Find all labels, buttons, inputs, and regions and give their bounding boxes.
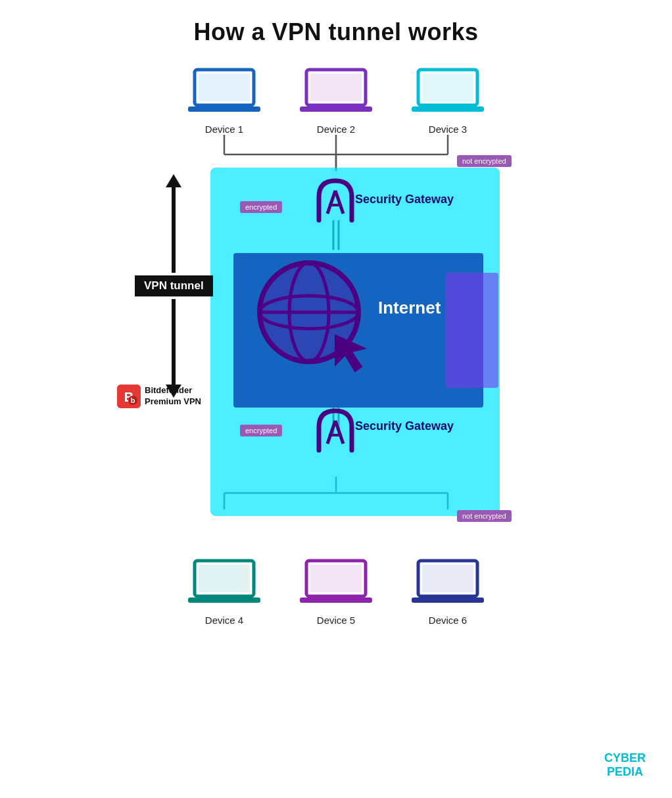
svg-rect-11 — [438, 105, 458, 108]
internet-overlay — [446, 273, 498, 388]
svg-line-32 — [327, 191, 335, 214]
device-2-label: Device 2 — [317, 124, 355, 135]
laptop-icon-2 — [300, 64, 372, 117]
device-1: Device 1 — [188, 64, 260, 135]
device-6-label: Device 6 — [429, 615, 467, 626]
devices-bottom-row: Device 4 Device 5 Device 6 — [0, 555, 672, 626]
device-6: Device 6 — [412, 555, 484, 626]
diagram-section: Internet Security Gateway — [0, 135, 672, 549]
svg-rect-43 — [199, 565, 250, 592]
svg-line-33 — [335, 191, 343, 214]
device-3: Device 3 — [412, 64, 484, 135]
internet-label: Internet — [378, 298, 441, 318]
laptop-icon-5 — [300, 555, 372, 608]
laptop-icon-6 — [412, 555, 484, 608]
security-gateway-icon-bottom — [316, 408, 355, 454]
svg-rect-51 — [422, 565, 473, 592]
laptop-icon-4 — [188, 555, 260, 608]
laptop-icon-3 — [412, 64, 484, 117]
svg-rect-5 — [310, 74, 362, 101]
cyberpedia-logo: CYBER PEDIA — [604, 751, 646, 780]
encrypted-badge-bottom: encrypted — [240, 424, 282, 436]
svg-rect-49 — [326, 596, 346, 599]
svg-text:b: b — [131, 396, 135, 404]
svg-rect-53 — [438, 596, 458, 599]
security-gateway-icon-top — [316, 177, 355, 223]
bitdefender-text: Bitdefender Premium VPN — [145, 385, 201, 408]
svg-rect-3 — [214, 105, 234, 108]
device-4-label: Device 4 — [205, 615, 243, 626]
svg-rect-45 — [214, 596, 234, 599]
svg-rect-9 — [422, 74, 473, 101]
device-1-label: Device 1 — [205, 124, 243, 135]
security-gateway-label-bottom: Security Gateway — [355, 419, 454, 433]
svg-rect-1 — [199, 74, 250, 101]
device-2: Device 2 — [300, 64, 372, 135]
encrypted-badge-top: encrypted — [240, 200, 282, 212]
device-5-label: Device 5 — [317, 615, 355, 626]
bitdefender-logo: B b Bitdefender Premium VPN — [117, 385, 201, 408]
device-3-label: Device 3 — [429, 124, 467, 135]
not-encrypted-badge-top: not encrypted — [457, 154, 512, 166]
laptop-icon-1 — [188, 64, 260, 117]
tunnel-line-top — [172, 187, 176, 273]
svg-line-36 — [335, 421, 343, 444]
page-title: How a VPN tunnel works — [0, 0, 672, 46]
devices-top-row: Device 1 Device 2 Device 3 — [0, 64, 672, 135]
globe-icon — [250, 250, 381, 394]
arrow-up-icon — [166, 174, 181, 187]
tunnel-line-bottom — [172, 299, 176, 385]
bitdefender-icon: B b — [117, 385, 141, 408]
svg-line-35 — [327, 421, 335, 444]
device-5: Device 5 — [300, 555, 372, 626]
vpn-tunnel-label: VPN tunnel — [135, 275, 213, 296]
svg-rect-47 — [310, 565, 362, 592]
device-4: Device 4 — [188, 555, 260, 626]
vpn-tunnel-indicator: VPN tunnel — [135, 174, 213, 398]
not-encrypted-badge-bottom: not encrypted — [457, 509, 512, 521]
svg-rect-7 — [326, 105, 346, 108]
security-gateway-label-top: Security Gateway — [355, 193, 454, 206]
